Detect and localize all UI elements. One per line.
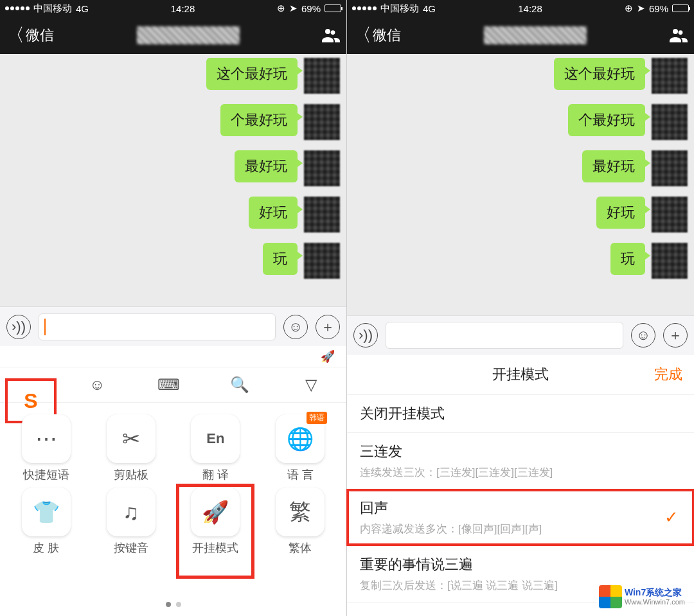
message-row: 最好玩: [6, 150, 340, 186]
message-row: 最好玩: [353, 150, 688, 186]
search-kbd-button[interactable]: 🔍: [204, 376, 276, 394]
clock: 14:28: [171, 3, 195, 14]
tool-skin[interactable]: 👕皮 肤: [11, 488, 82, 556]
panel-header: 开挂模式 完成: [347, 355, 694, 395]
option-triple-send[interactable]: 三连发 连续发送三次：[三连发][三连发][三连发]: [347, 433, 694, 489]
message-row: 玩: [353, 243, 688, 279]
back-button[interactable]: 〈 微信: [353, 23, 401, 48]
message-input[interactable]: [39, 313, 276, 340]
lock-icon: ⊕: [277, 3, 285, 14]
option-echo[interactable]: 回声 内容递减发送多次：[像回声][回声][声] ✓: [347, 489, 694, 546]
text-cursor: [44, 319, 46, 335]
plus-button[interactable]: ＋: [663, 323, 688, 348]
nav-bar: 〈 微信: [347, 17, 694, 54]
right-screen: 中国移动 4G 14:28 ⊕ ➤ 69% 〈 微信: [347, 0, 694, 616]
battery-icon: [672, 4, 689, 12]
page-indicator: [0, 598, 346, 616]
tool-clipboard[interactable]: ✂剪贴板: [96, 414, 166, 482]
message-bubble[interactable]: 最好玩: [235, 150, 298, 182]
collapse-kbd-button[interactable]: ▽: [275, 376, 346, 394]
input-bar: ›)) ☺ ＋: [0, 306, 346, 346]
avatar[interactable]: [304, 58, 340, 94]
music-note-icon: ♫: [107, 488, 156, 536]
message-row: 这个最好玩: [6, 58, 340, 94]
done-button[interactable]: 完成: [654, 365, 682, 384]
status-bar: 中国移动 4G 14:28 ⊕ ➤ 69%: [347, 0, 694, 17]
rocket-icon[interactable]: 🚀: [321, 349, 335, 364]
tool-traditional[interactable]: 繁繁体: [265, 488, 335, 556]
tool-cheat-mode[interactable]: 🚀开挂模式: [180, 488, 251, 556]
plus-icon: ＋: [321, 317, 335, 337]
tool-keysound[interactable]: ♫按键音: [96, 488, 166, 556]
battery-pct: 69%: [301, 3, 321, 14]
chat-area[interactable]: 这个最好玩 个最好玩 最好玩 好玩 玩: [347, 54, 694, 315]
emoji-kbd-button[interactable]: ☺: [62, 376, 133, 394]
win7-logo-icon: [599, 585, 622, 608]
message-bubble[interactable]: 这个最好玩: [206, 58, 298, 90]
avatar[interactable]: [304, 104, 340, 140]
avatar[interactable]: [652, 243, 688, 279]
emoji-button[interactable]: ☺: [631, 323, 655, 348]
message-row: 个最好玩: [353, 104, 688, 140]
message-bubble[interactable]: 个最好玩: [220, 104, 298, 136]
chat-area[interactable]: 这个最好玩 个最好玩 最好玩 好玩 玩: [0, 54, 346, 306]
voice-button[interactable]: ›)): [353, 323, 378, 348]
message-bubble[interactable]: 玩: [263, 243, 298, 275]
search-icon: 🔍: [230, 376, 249, 394]
globe-icon: 🌐韩语: [276, 414, 325, 463]
lock-icon: ⊕: [625, 3, 633, 14]
avatar[interactable]: [304, 243, 340, 279]
clock: 14:28: [518, 3, 542, 14]
message-bubble[interactable]: 最好玩: [582, 150, 645, 182]
smile-icon: ☺: [636, 327, 650, 344]
carrier-label: 中国移动: [33, 3, 72, 15]
avatar[interactable]: [652, 197, 688, 233]
smile-icon: ☺: [89, 376, 105, 394]
plus-icon: ＋: [668, 326, 682, 345]
message-bubble[interactable]: 这个最好玩: [554, 58, 645, 90]
keyboard-kbd-button[interactable]: ⌨: [133, 376, 204, 394]
message-bubble[interactable]: 个最好玩: [568, 104, 645, 136]
watermark-brand: Win7系统之家: [625, 587, 685, 598]
message-input[interactable]: [386, 322, 623, 349]
status-bar: 中国移动 4G 14:28 ⊕ ➤ 69%: [0, 0, 346, 17]
cheat-mode-panel: 开挂模式 完成 关闭开挂模式 三连发 连续发送三次：[三连发][三连发][三连发…: [347, 355, 694, 617]
signal-dots-icon: [5, 6, 30, 10]
chevron-down-icon: ▽: [305, 376, 317, 394]
chevron-left-icon: 〈: [6, 23, 24, 48]
contact-icon[interactable]: [322, 28, 340, 42]
scissors-icon: ✂: [107, 414, 156, 463]
kbd-top-strip: 🚀: [0, 346, 346, 367]
location-icon: ➤: [289, 3, 298, 14]
message-row: 好玩: [6, 197, 340, 233]
voice-button[interactable]: ›)): [6, 315, 31, 339]
tool-quick-phrases[interactable]: ⋯快捷短语: [11, 414, 82, 482]
message-row: 个最好玩: [6, 104, 340, 140]
tool-language[interactable]: 🌐韩语语 言: [265, 414, 335, 482]
chat-title: [54, 26, 322, 44]
page-dot-icon: [176, 602, 181, 607]
plus-button[interactable]: ＋: [316, 315, 340, 339]
avatar[interactable]: [652, 58, 688, 94]
message-bubble[interactable]: 好玩: [249, 197, 298, 229]
watermark: Win7系统之家 Www.Winwin7.com: [596, 584, 688, 610]
location-icon: ➤: [637, 3, 645, 14]
back-button[interactable]: 〈 微信: [6, 23, 54, 48]
battery-icon: [325, 4, 341, 12]
message-row: 这个最好玩: [353, 58, 688, 94]
smile-icon: ☺: [289, 319, 303, 335]
avatar[interactable]: [304, 150, 340, 186]
battery-pct: 69%: [649, 3, 668, 14]
avatar[interactable]: [652, 150, 688, 186]
carrier-label: 中国移动: [380, 3, 419, 15]
option-close-mode[interactable]: 关闭开挂模式: [347, 395, 694, 433]
contact-icon[interactable]: [670, 28, 688, 42]
tool-translate[interactable]: En翻 译: [180, 414, 251, 482]
message-bubble[interactable]: 好玩: [596, 197, 645, 229]
avatar[interactable]: [304, 197, 340, 233]
chevron-left-icon: 〈: [353, 23, 371, 48]
message-bubble[interactable]: 玩: [610, 243, 645, 275]
voice-icon: ›)): [12, 319, 26, 335]
emoji-button[interactable]: ☺: [283, 315, 308, 339]
avatar[interactable]: [652, 104, 688, 140]
